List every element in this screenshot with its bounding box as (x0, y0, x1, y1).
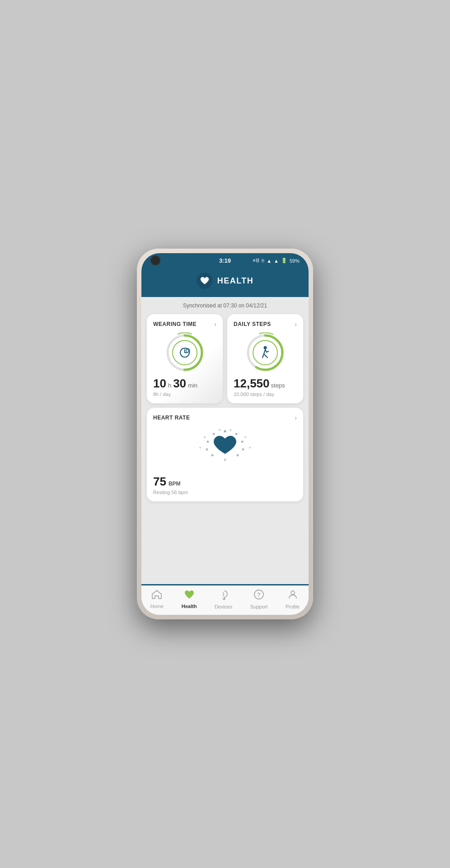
nav-health-label: Health (182, 604, 197, 609)
daily-steps-circle (234, 332, 297, 373)
bottom-nav-container: Home Health (141, 584, 309, 615)
daily-steps-arrow[interactable]: › (295, 321, 297, 328)
wifi-icon: ▲ (267, 258, 272, 264)
heart-rate-title: HEART RATE (153, 415, 190, 421)
svg-point-19 (206, 448, 208, 451)
svg-point-21 (213, 433, 215, 435)
svg-point-27 (199, 447, 201, 448)
wearing-time-card[interactable]: WEARING TIME › (147, 314, 223, 403)
daily-steps-value: 12,550 (234, 377, 270, 391)
bluetooth-icon: ⨯B (252, 258, 259, 264)
phone-screen: 3:19 ⨯B ⎘ ▲ ▲ 🔋 59% HEALTH Synchronised … (141, 253, 309, 615)
status-bar: 3:19 ⨯B ⎘ ▲ ▲ 🔋 59% (141, 253, 309, 267)
wearing-time-icon (172, 340, 197, 365)
svg-point-12 (224, 430, 226, 433)
status-icons: ⨯B ⎘ ▲ ▲ 🔋 59% (252, 258, 300, 264)
wearing-hours-unit: h (168, 382, 171, 389)
heart-rate-card[interactable]: HEART RATE › (147, 408, 303, 501)
bluetooth-icon: ⎘ (262, 258, 264, 263)
profile-icon (287, 589, 298, 603)
wearing-time-value: 10 h 30 min (153, 377, 216, 391)
wearing-hours: 10 (153, 377, 166, 391)
app-header: HEALTH (141, 267, 309, 297)
heart-rate-header: HEART RATE › (153, 414, 297, 421)
svg-point-25 (219, 429, 220, 431)
svg-point-14 (241, 441, 244, 443)
devices-icon (218, 589, 229, 603)
nav-devices-label: Devices (215, 604, 232, 609)
nav-devices[interactable]: Devices (215, 589, 232, 609)
status-time: 3:19 (219, 257, 231, 264)
svg-point-23 (244, 436, 246, 438)
svg-point-26 (204, 436, 206, 438)
wearing-minutes-unit: min (188, 382, 197, 389)
svg-point-17 (224, 459, 226, 461)
battery-percent: 59% (290, 258, 300, 264)
nav-support[interactable]: ? Support (250, 589, 268, 609)
heart-svg (200, 277, 209, 285)
svg-point-16 (237, 454, 239, 457)
battery-icon: 🔋 (281, 258, 287, 264)
clock-icon-svg (178, 346, 192, 359)
nav-profile-label: Profile (286, 604, 300, 609)
svg-point-31 (291, 591, 295, 594)
svg-point-18 (211, 454, 214, 457)
bottom-nav: Home Health (141, 585, 309, 615)
app-title: HEALTH (217, 276, 254, 286)
wearing-time-header: WEARING TIME › (153, 321, 216, 328)
phone-frame: 3:19 ⨯B ⎘ ▲ ▲ 🔋 59% HEALTH Synchronised … (137, 249, 313, 619)
daily-steps-unit: steps (271, 382, 285, 389)
support-icon: ? (253, 589, 264, 603)
top-cards-row: WEARING TIME › (147, 314, 303, 403)
camera-notch (150, 255, 160, 265)
daily-steps-sub: 10,000 steps / day (234, 392, 297, 397)
svg-point-22 (230, 429, 231, 431)
svg-point-24 (249, 447, 251, 448)
nav-health[interactable]: Health (182, 590, 197, 609)
wearing-time-arrow[interactable]: › (214, 321, 216, 328)
daily-steps-header: DAILY STEPS › (234, 321, 297, 328)
heart-rate-arrow[interactable]: › (295, 414, 297, 421)
svg-point-11 (264, 346, 267, 349)
wearing-time-sub: 8h / day (153, 392, 216, 397)
heart-visual (153, 426, 297, 471)
home-icon (151, 590, 162, 602)
wearing-time-title: WEARING TIME (153, 321, 197, 327)
nav-support-label: Support (250, 604, 268, 609)
heart-rate-sub: Resting 56 bpm (153, 490, 297, 495)
heart-rate-unit: BPM (169, 481, 181, 487)
main-content: Synchronised at 07:30 on 04/12/21 WEARIN… (141, 297, 309, 584)
daily-steps-icon (253, 340, 278, 365)
wearing-minutes: 30 (173, 377, 186, 391)
wearing-time-circle (153, 332, 216, 373)
heart-rate-value: 75 (153, 475, 166, 489)
nav-home-label: Home (150, 604, 164, 609)
svg-point-20 (207, 441, 209, 443)
daily-steps-title: DAILY STEPS (234, 321, 271, 327)
walker-icon-svg (259, 346, 271, 359)
heart-pulse-svg (189, 426, 261, 471)
svg-point-15 (242, 448, 244, 451)
daily-steps-value-row: 12,550 steps (234, 377, 297, 391)
nav-home[interactable]: Home (150, 590, 164, 609)
svg-point-13 (235, 433, 238, 435)
svg-text:?: ? (257, 591, 261, 598)
heart-rate-value-row: 75 BPM (153, 475, 297, 489)
nav-profile[interactable]: Profile (286, 589, 300, 609)
daily-steps-card[interactable]: DAILY STEPS › (227, 314, 303, 403)
signal-icon: ▲ (274, 258, 279, 264)
sync-text: Synchronised at 07:30 on 04/12/21 (147, 302, 303, 309)
health-icon (184, 590, 195, 602)
header-heart-icon (197, 273, 213, 289)
